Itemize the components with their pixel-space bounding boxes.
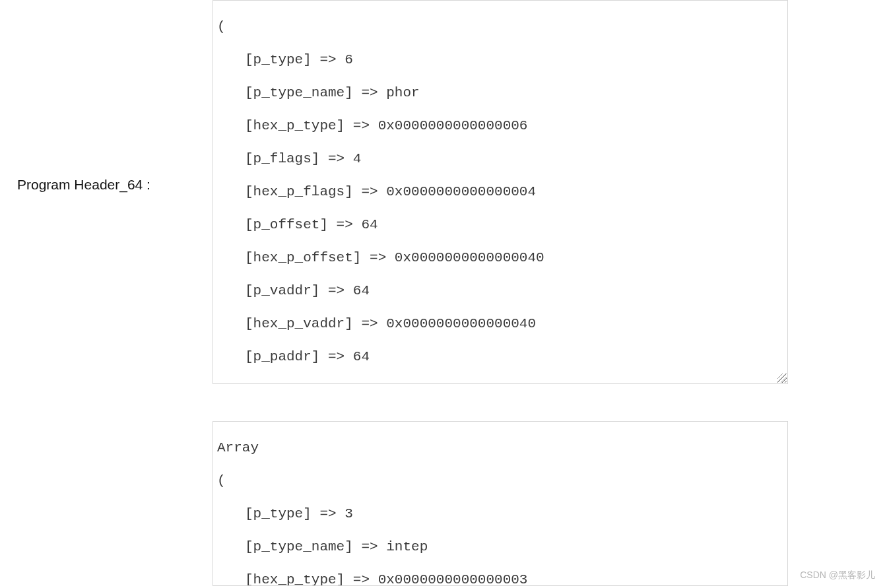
section-label-program-header-64: Program Header_64 : bbox=[17, 177, 150, 193]
array-header: Array bbox=[217, 440, 783, 456]
left-column: Program Header_64 : bbox=[17, 0, 213, 588]
output-line: [hex_p_flags] => 0x0000000000000004 bbox=[217, 183, 783, 200]
output-line: [hex_p_type] => 0x0000000000000006 bbox=[217, 117, 783, 134]
output-line: [p_type_name] => phor bbox=[217, 84, 783, 101]
code-output-box-2[interactable]: Array ( [p_type] => 3 [p_type_name] => i… bbox=[213, 421, 788, 586]
code-output-box-1[interactable]: ( [p_type] => 6 [p_type_name] => phor [h… bbox=[213, 0, 788, 384]
output-line: [p_offset] => 64 bbox=[217, 216, 783, 233]
right-column: ( [p_type] => 6 [p_type_name] => phor [h… bbox=[213, 0, 887, 588]
output-line: [hex_p_vaddr] => 0x0000000000000040 bbox=[217, 315, 783, 332]
paren-open: ( bbox=[217, 473, 783, 489]
output-line: [p_type_name] => intep bbox=[217, 539, 783, 555]
output-line: [hex_p_type] => 0x0000000000000003 bbox=[217, 572, 783, 586]
output-line: [hex_p_offset] => 0x0000000000000040 bbox=[217, 249, 783, 266]
output-line: [p_flags] => 4 bbox=[217, 150, 783, 167]
output-line: [hex_p_paddr] => 0x0000000000000040 bbox=[217, 381, 783, 384]
output-line: [p_type] => 6 bbox=[217, 51, 783, 68]
output-line: [p_paddr] => 64 bbox=[217, 348, 783, 365]
output-line: [p_type] => 3 bbox=[217, 506, 783, 522]
page-root: Program Header_64 : ( [p_type] => 6 [p_t… bbox=[0, 0, 887, 588]
paren-open: ( bbox=[217, 18, 783, 35]
output-line: [p_vaddr] => 64 bbox=[217, 282, 783, 299]
